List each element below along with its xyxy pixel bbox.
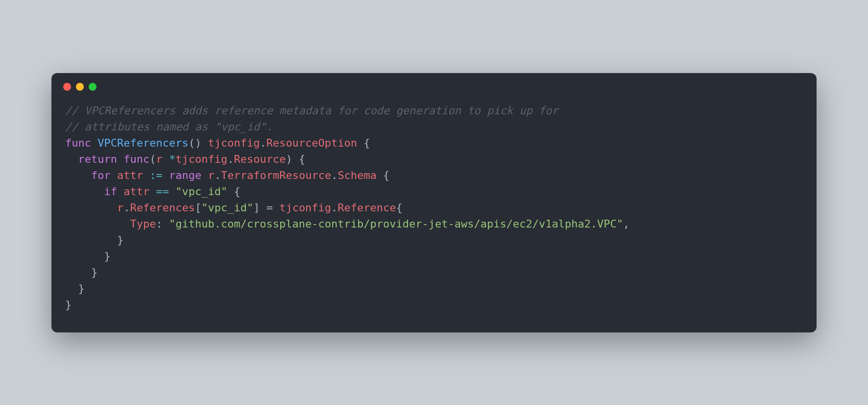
code-punc: }: [78, 282, 85, 295]
code-ident: r: [208, 169, 214, 181]
code-prop: Schema: [338, 169, 376, 181]
code-window: // VPCReferencers adds reference metadat…: [51, 73, 817, 332]
code-punc: ): [286, 153, 292, 165]
code-type: ResourceOption: [266, 137, 357, 149]
code-punc: [: [195, 202, 201, 214]
code-string: "vpc_id": [175, 185, 227, 198]
code-indent: [65, 266, 91, 278]
code-punc: .: [123, 202, 130, 214]
code-indent: [65, 185, 104, 198]
code-punc: .: [215, 169, 221, 181]
code-prop: References: [130, 202, 194, 214]
code-op: =: [266, 202, 273, 214]
code-punc: (: [189, 137, 195, 149]
code-indent: [65, 169, 91, 181]
code-keyword: if: [104, 185, 117, 198]
code-op: :=: [149, 169, 163, 181]
code-indent: [65, 153, 78, 165]
code-op: ==: [156, 185, 169, 198]
code-punc: {: [299, 153, 305, 165]
code-prop: TerraformResource: [221, 169, 331, 181]
code-comment: // VPCReferencers adds reference metadat…: [65, 104, 558, 117]
window-titlebar: [51, 73, 817, 91]
code-func-name: VPCReferencers: [97, 137, 188, 149]
code-indent: [65, 202, 117, 214]
code-punc: ): [195, 137, 201, 149]
code-ident: attr: [123, 185, 149, 198]
code-punc: }: [65, 299, 72, 311]
code-keyword: return: [78, 153, 117, 165]
code-punc: .: [260, 137, 266, 149]
code-punc: {: [363, 137, 370, 149]
code-keyword: range: [169, 169, 201, 181]
code-punc: (: [149, 153, 156, 165]
code-op: *: [169, 153, 175, 165]
code-ident: attr: [117, 169, 143, 181]
code-punc: {: [396, 202, 403, 214]
code-string: "vpc_id": [201, 202, 253, 214]
code-punc: }: [91, 266, 97, 278]
code-punc: }: [104, 250, 110, 262]
code-type: Resource: [234, 153, 286, 165]
code-indent: [65, 282, 78, 295]
code-punc: :: [156, 218, 162, 230]
code-indent: [65, 250, 104, 262]
code-punc: .: [331, 202, 338, 214]
code-punc: }: [117, 234, 123, 246]
code-indent: [65, 234, 117, 246]
code-prop: Type: [130, 218, 156, 230]
code-comment: // attributes named as "vpc_id".: [65, 121, 273, 133]
code-keyword: for: [91, 169, 111, 181]
maximize-icon[interactable]: [89, 83, 96, 91]
code-string: "github.com/crossplane-contrib/provider-…: [169, 218, 623, 230]
close-icon[interactable]: [63, 83, 71, 91]
code-punc: {: [383, 169, 389, 181]
code-punc: {: [234, 185, 240, 198]
code-keyword: func: [65, 137, 91, 149]
code-punc: .: [227, 153, 234, 165]
code-indent: [65, 218, 130, 230]
code-ident: r: [156, 153, 162, 165]
code-ident: r: [117, 202, 123, 214]
code-ident: tjconfig: [279, 202, 331, 214]
code-punc: ,: [623, 218, 629, 230]
code-type: Reference: [338, 202, 396, 214]
code-ident: tjconfig: [175, 153, 227, 165]
code-block: // VPCReferencers adds reference metadat…: [51, 91, 817, 332]
code-punc: .: [331, 169, 338, 181]
minimize-icon[interactable]: [76, 83, 84, 91]
code-keyword: func: [123, 153, 149, 165]
code-ident: tjconfig: [208, 137, 260, 149]
code-punc: ]: [253, 202, 260, 214]
